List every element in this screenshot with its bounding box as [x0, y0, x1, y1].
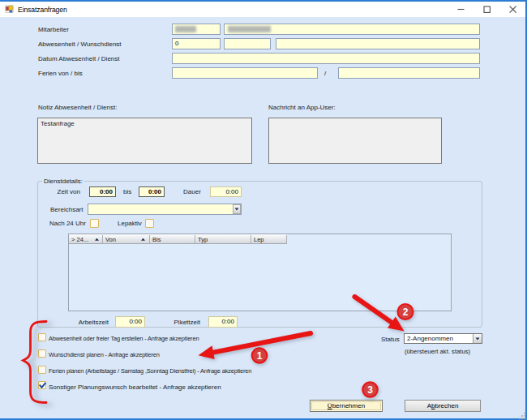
svg-text:1: 1 [257, 350, 263, 362]
svg-text:3: 3 [367, 384, 373, 396]
